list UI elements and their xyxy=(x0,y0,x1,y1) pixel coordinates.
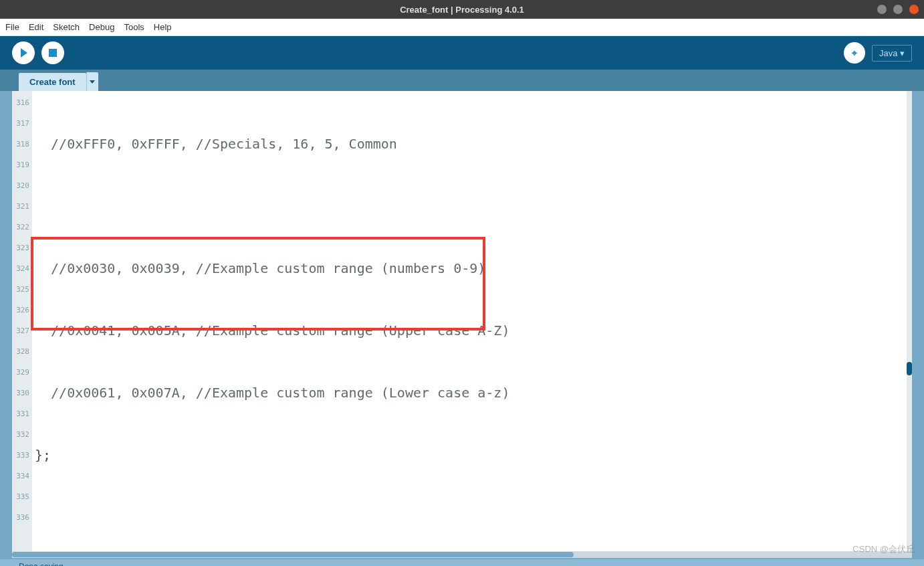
run-button[interactable] xyxy=(12,41,35,64)
line-number: 320 xyxy=(12,175,29,196)
line-number: 324 xyxy=(12,258,29,279)
minimize-icon[interactable] xyxy=(877,5,887,14)
line-number: 317 xyxy=(12,113,29,134)
line-number: 333 xyxy=(12,445,29,466)
editor-area: 316 317 318 319 320 321 322 323 324 325 … xyxy=(0,91,924,551)
menu-help[interactable]: Help xyxy=(154,22,172,32)
menu-debug[interactable]: Debug xyxy=(89,22,114,32)
code-line: //0xFFF0, 0xFFFF, //Specials, 16, 5, Com… xyxy=(32,134,912,155)
menu-edit[interactable]: Edit xyxy=(29,22,43,32)
menu-sketch[interactable]: Sketch xyxy=(53,22,80,32)
status-message: Done saving. xyxy=(19,562,66,566)
statusbar: Done saving. xyxy=(0,559,924,566)
code-content[interactable]: //0xFFF0, 0xFFFF, //Specials, 16, 5, Com… xyxy=(32,91,912,551)
tab-create-font[interactable]: Create font xyxy=(19,73,86,91)
horizontal-scrollbar[interactable] xyxy=(12,551,912,558)
line-number: 334 xyxy=(12,466,29,486)
vertical-scrollbar[interactable] xyxy=(907,91,912,551)
toolbar: ⌖ Java ▾ xyxy=(0,36,924,70)
line-number: 328 xyxy=(12,341,29,362)
line-number: 323 xyxy=(12,238,29,258)
tab-dropdown[interactable] xyxy=(86,72,98,91)
vertical-scrollbar-thumb[interactable] xyxy=(907,362,912,375)
code-line xyxy=(32,507,912,528)
play-icon xyxy=(21,48,27,58)
line-number: 318 xyxy=(12,134,29,155)
line-number: 325 xyxy=(12,279,29,300)
code-line: //0x0041, 0x005A, //Example custom range… xyxy=(32,320,912,341)
annotation-red-box xyxy=(31,237,485,331)
debugger-button[interactable]: ⌖ xyxy=(844,42,865,64)
code-line: //0x0030, 0x0039, //Example custom range… xyxy=(32,258,912,279)
code-line: }; xyxy=(32,445,912,466)
line-number: 332 xyxy=(12,424,29,445)
line-number: 329 xyxy=(12,362,29,383)
maximize-icon[interactable] xyxy=(893,5,903,14)
menubar: File Edit Sketch Debug Tools Help xyxy=(0,19,924,36)
window-titlebar: Create_font | Processing 4.0.1 xyxy=(0,0,924,19)
bug-icon: ⌖ xyxy=(852,48,857,59)
mode-selector[interactable]: Java ▾ xyxy=(872,45,912,62)
code-line xyxy=(32,196,912,217)
line-number: 319 xyxy=(12,155,29,175)
line-number: 316 xyxy=(12,92,29,113)
menu-file[interactable]: File xyxy=(5,22,19,32)
menu-tools[interactable]: Tools xyxy=(124,22,144,32)
line-gutter: 316 317 318 319 320 321 322 323 324 325 … xyxy=(12,91,32,551)
close-icon[interactable] xyxy=(909,5,919,14)
horizontal-scroll-row xyxy=(0,551,924,559)
line-number: 326 xyxy=(12,300,29,320)
window-title: Create_font | Processing 4.0.1 xyxy=(400,5,524,15)
line-number: 335 xyxy=(12,486,29,507)
line-number: 322 xyxy=(12,217,29,238)
stop-button[interactable] xyxy=(41,41,64,64)
line-number: 321 xyxy=(12,196,29,217)
code-editor[interactable]: 316 317 318 319 320 321 322 323 324 325 … xyxy=(12,91,912,551)
line-number: 331 xyxy=(12,403,29,424)
chevron-down-icon xyxy=(90,80,95,84)
stop-icon xyxy=(49,49,57,57)
window-controls xyxy=(877,5,919,14)
line-number: 327 xyxy=(12,320,29,341)
line-number: 330 xyxy=(12,383,29,403)
code-line: //0x0061, 0x007A, //Example custom range… xyxy=(32,383,912,403)
line-number: 336 xyxy=(12,507,29,528)
tabbar: Create font xyxy=(0,70,924,91)
horizontal-scrollbar-thumb[interactable] xyxy=(12,552,574,557)
